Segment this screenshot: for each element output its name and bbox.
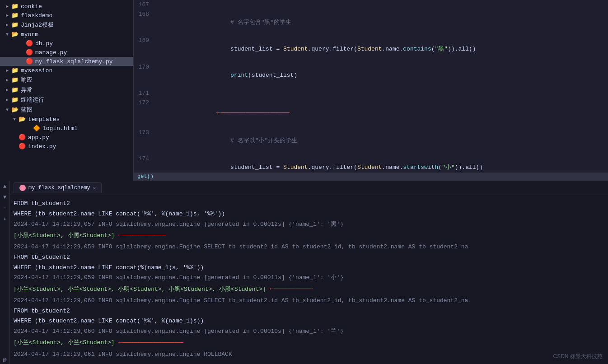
line-content: ←—————————————— [156, 98, 608, 128]
sidebar-item-label: myorm [21, 31, 38, 38]
chevron-right-icon: ▶ [4, 77, 11, 83]
sidebar-item-exception[interactable]: ▶ 📁 异常 [0, 85, 133, 95]
folder-icon: 📁 [11, 67, 19, 74]
sidebar-item-app-py[interactable]: 🔴 app.py [0, 133, 133, 142]
folder-icon: 📁 [11, 96, 19, 103]
status-text: get() [137, 173, 154, 180]
folder-open-icon: 📂 [11, 31, 19, 38]
bottom-left-toolbar: ▲ ▼ ≡ ⬇ 🗑 [0, 181, 10, 364]
python-file-icon: 🔴 [25, 58, 33, 65]
sidebar-item-templates[interactable]: ▼ 📂 templates [0, 115, 133, 124]
sidebar-item-blueprint[interactable]: ▼ 📂 蓝图 [0, 105, 133, 115]
sidebar: ▶ 📁 cookie ▶ 📁 flaskdemo ▶ 📁 Jinja2模板 ▼ … [0, 0, 134, 181]
sidebar-item-flaskdemo[interactable]: ▶ 📁 flaskdemo [0, 11, 133, 20]
list-item: 2024-04-17 14:12:29,060 INFO sqlalchemy.… [10, 327, 608, 337]
line-content: student_list = Student.query.filter(Stud… [156, 36, 608, 62]
list-item: [小黑<Student>, 小黑<Student>] ←—————————— [10, 229, 608, 242]
table-row: 171 [134, 89, 608, 98]
sidebar-item-label: 异常 [21, 86, 33, 94]
folder-icon: 📁 [11, 86, 19, 93]
folder-icon: 📁 [11, 76, 19, 84]
list-item: FROM tb_student2 [10, 199, 608, 209]
terminal-tab[interactable]: my_flask_sqlalchemy ✕ [14, 182, 102, 193]
line-number: 172 [134, 98, 156, 128]
list-item: 2024-04-17 14:12:29,061 INFO sqlalchemy.… [10, 350, 608, 360]
list-item: WHERE (tb_student2.name LIKE concat('%%'… [10, 316, 608, 327]
list-item: [小兰<Student>, 小兰<Student>, 小明<Student>, … [10, 283, 608, 296]
tab-close-button[interactable]: ✕ [93, 185, 96, 191]
terminal-content[interactable]: FROM tb_student2 WHERE (tb_student2.name… [10, 195, 608, 364]
expand-icon[interactable]: ≡ [1, 204, 9, 212]
folder-icon: 📁 [11, 12, 19, 19]
sidebar-item-jinja2[interactable]: ▶ 📁 Jinja2模板 [0, 20, 133, 30]
sidebar-item-db-py[interactable]: 🔴 db.py [0, 39, 133, 48]
list-item: 2024-04-17 14:12:29,057 INFO sqlalchemy.… [10, 219, 608, 230]
line-number: 170 [134, 62, 156, 89]
tab-label: my_flask_sqlalchemy [28, 185, 90, 191]
result-text: [小黑<Student>, 小黑<Student>] [14, 231, 115, 241]
code-content[interactable]: 167 168 # 名字包含"黑"的学生 169 [134, 0, 608, 181]
line-content: # 名字包含"黑"的学生 [156, 9, 608, 36]
table-row: 172 ←—————————————— [134, 98, 608, 128]
line-content: print(student_list) [156, 62, 608, 89]
folder-icon: 📁 [11, 3, 19, 10]
table-row: 170 print(student_list) [134, 62, 608, 89]
chevron-down-icon: ▼ [4, 107, 11, 112]
sidebar-item-response[interactable]: ▶ 📁 响应 [0, 75, 133, 85]
python-file-icon: 🔴 [25, 49, 33, 56]
result-text-3: [小兰<Student>, 小兰<Student>] [14, 338, 115, 348]
sidebar-item-mysession[interactable]: ▶ 📁 mysession [0, 66, 133, 75]
sidebar-item-label: 响应 [21, 76, 33, 84]
sidebar-item-label: my_flask_sqlalchemy.py [35, 58, 113, 65]
chevron-down-icon: ▼ [4, 32, 11, 37]
python-file-icon: 🔴 [18, 134, 26, 141]
line-number: 169 [134, 36, 156, 62]
down-icon[interactable]: ▼ [1, 193, 9, 201]
sidebar-item-label: app.py [28, 134, 49, 141]
sidebar-item-myorm[interactable]: ▼ 📂 myorm [0, 30, 133, 39]
list-item: 2024-04-17 14:12:29,059 INFO sqlalchemy.… [10, 242, 608, 252]
sidebar-item-cookie[interactable]: ▶ 📁 cookie [0, 2, 133, 11]
chevron-right-icon: ▶ [4, 97, 11, 103]
line-content [156, 89, 608, 98]
line-number: 173 [134, 128, 156, 154]
sidebar-item-terminal-run[interactable]: ▶ 📁 终端运行 [0, 95, 133, 105]
line-content: # 名字以"小"开头的学生 [156, 128, 608, 154]
chevron-right-icon: ▶ [4, 13, 11, 18]
status-bar: get() [134, 173, 608, 181]
chevron-right-icon: ▶ [4, 68, 11, 73]
trash-icon[interactable]: 🗑 [1, 356, 9, 364]
up-icon[interactable]: ▲ [1, 182, 9, 191]
arrow-annotation-2: ←————————— [270, 284, 313, 295]
bottom-panel: ▲ ▼ ≡ ⬇ 🗑 my_flask_sqlalchemy ✕ FROM tb_… [0, 181, 608, 364]
sidebar-item-label: login.html [42, 125, 78, 132]
sidebar-item-label: flaskdemo [21, 12, 52, 19]
list-item: [小兰<Student>, 小兰<Student>] ←————————————… [10, 337, 608, 350]
list-item: WHERE (tb_student2.name LIKE concat(%(na… [10, 263, 608, 273]
sidebar-item-my-flask-sqlalchemy[interactable]: 🔴 my_flask_sqlalchemy.py [0, 57, 133, 66]
terminal-tab-bar: my_flask_sqlalchemy ✕ [10, 181, 608, 195]
watermark: CSDN @景天科技苑 [553, 353, 603, 360]
sidebar-item-manage-py[interactable]: 🔴 manage.py [0, 48, 133, 57]
sidebar-item-login-html[interactable]: 🔶 login.html [0, 124, 133, 133]
sidebar-item-index-py[interactable]: 🔴 index.py [0, 142, 133, 151]
sidebar-item-label: 终端运行 [21, 96, 44, 104]
folder-open-icon: 📂 [18, 116, 26, 123]
comment-text: # 名字包含"黑"的学生 [216, 19, 291, 26]
python-file-icon: 🔴 [25, 40, 33, 47]
list-item: FROM tb_student2 [10, 306, 608, 317]
chevron-right-icon: ▶ [4, 22, 11, 28]
list-item: WHERE (tb_student2.name LIKE concat('%%'… [10, 209, 608, 219]
line-content [156, 0, 608, 9]
table-row: 173 # 名字以"小"开头的学生 [134, 128, 608, 154]
sidebar-item-label: cookie [21, 3, 42, 10]
chevron-right-icon: ▶ [4, 87, 11, 93]
download-icon[interactable]: ⬇ [1, 215, 9, 223]
line-number: 168 [134, 9, 156, 36]
code-table: 167 168 # 名字包含"黑"的学生 169 [134, 0, 608, 181]
sidebar-item-label: templates [28, 116, 60, 123]
sidebar-item-label: mysession [21, 67, 52, 74]
sidebar-item-label: Jinja2模板 [21, 21, 54, 29]
arrow-annotation-1: ←—————————— [118, 230, 166, 242]
python-tab-icon [19, 185, 26, 191]
